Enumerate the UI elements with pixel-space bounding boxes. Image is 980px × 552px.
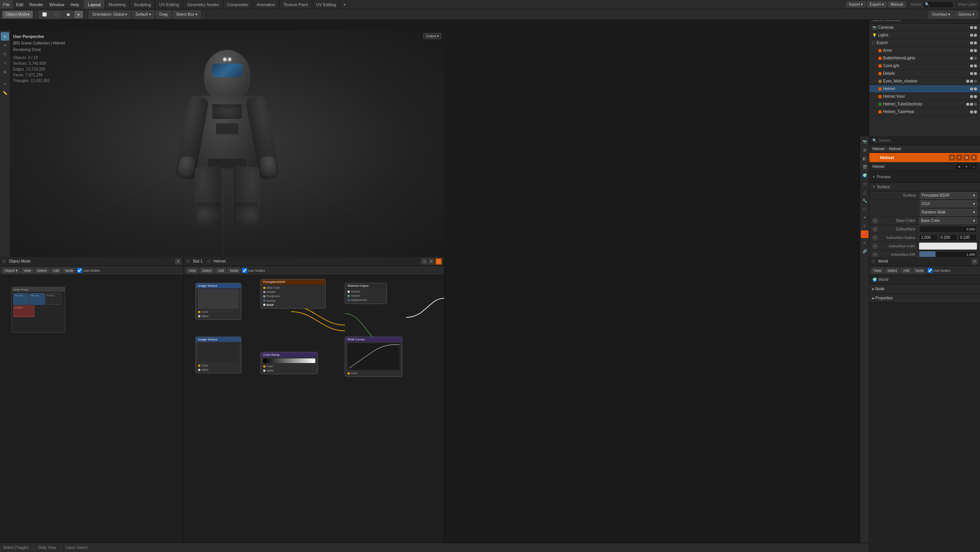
prop-view-icon[interactable]: ◧: [861, 154, 869, 162]
rnp-properties-btn[interactable]: ▸ Properties: [869, 294, 980, 303]
subsurface-slider[interactable]: 0.000: [919, 226, 977, 233]
eyes-render[interactable]: [970, 80, 973, 83]
ss-ior-socket[interactable]: ●: [872, 252, 878, 257]
cameras-render[interactable]: [974, 26, 977, 29]
np1-node[interactable]: Node: [63, 268, 76, 273]
mat-slot-remove[interactable]: −: [971, 164, 977, 170]
rnp-use-nodes-check[interactable]: [928, 268, 932, 273]
outliner-lights[interactable]: 💡 Lights: [869, 31, 980, 39]
outliner-cameras[interactable]: 📷 Cameras: [869, 24, 980, 31]
workspace-texture-paint[interactable]: Texture Paint: [280, 0, 312, 9]
material-delete-btn[interactable]: ✕: [971, 154, 977, 161]
export-render[interactable]: [974, 41, 977, 44]
menu-edit[interactable]: Edit: [13, 0, 26, 9]
np2-btn2[interactable]: ✕: [428, 258, 434, 264]
preview-section[interactable]: ▼ Preview: [869, 171, 980, 183]
material-duplicate-btn[interactable]: ⧉: [964, 154, 970, 161]
rnp-node-btn[interactable]: ▸ Node: [869, 284, 980, 294]
overlay-btn[interactable]: Overlays ▾: [929, 11, 954, 18]
prop-output-icon[interactable]: 🖥: [861, 146, 869, 154]
select-box-btn[interactable]: Select Box ▾: [172, 11, 201, 18]
np1-view[interactable]: View: [21, 268, 33, 273]
tool-measure[interactable]: 📏: [1, 89, 9, 97]
workspace-compositor[interactable]: Compositor: [223, 0, 253, 9]
outliner-arms[interactable]: Arms: [869, 47, 980, 54]
export-btn[interactable]: Export ▾: [867, 2, 887, 7]
menu-help[interactable]: Help: [67, 0, 82, 9]
outliner-tube-electricity[interactable]: Helmet_TubeElectricity: [869, 100, 980, 108]
tool-scale[interactable]: ⤡: [1, 59, 9, 67]
rnp-view[interactable]: View: [872, 268, 883, 273]
ss-radius-x[interactable]: [919, 234, 938, 241]
workspace-animation[interactable]: Animation: [253, 0, 280, 9]
np1-select[interactable]: Select: [35, 268, 49, 273]
ss-radius-y[interactable]: [939, 234, 957, 241]
workspace-uv-editing-2[interactable]: UV Editing: [312, 0, 340, 9]
arms-eye[interactable]: [970, 49, 973, 52]
np1-use-nodes-check[interactable]: [77, 268, 82, 273]
helmet-render[interactable]: [974, 87, 977, 90]
snap-btn[interactable]: Drag: [156, 11, 171, 18]
ss-color-socket[interactable]: ●: [872, 243, 878, 249]
base-color-dropdown[interactable]: Base Color ▾: [919, 217, 977, 224]
prop-modifier-icon[interactable]: 🔧: [861, 197, 869, 204]
coin-eye[interactable]: [970, 64, 973, 67]
node-view-area-1[interactable]: Node Group Tex Img Tex Img Multiply P BS…: [0, 275, 184, 552]
helmet-eye[interactable]: [970, 87, 973, 90]
node-principled-bsdf[interactable]: Principled BSDF Base Color Metallic Roug…: [261, 279, 326, 309]
prop-render-icon[interactable]: 📷: [861, 138, 869, 145]
outliner-tube-heat[interactable]: Helmet_TubeHeat: [869, 108, 980, 116]
np2-use-nodes-check[interactable]: [242, 268, 247, 273]
np1-close[interactable]: ✕: [175, 258, 181, 264]
prop-search-input[interactable]: [878, 138, 977, 143]
rnp-add[interactable]: Add: [901, 268, 911, 273]
workspace-geometry-nodes[interactable]: Geometry Nodes: [183, 0, 223, 9]
ggx-dropdown[interactable]: GGX ▾: [920, 200, 977, 207]
prop-nav-helmet-2[interactable]: Helmet: [889, 147, 901, 151]
workspace-modeling[interactable]: Modeling: [105, 0, 130, 9]
tool-annotate[interactable]: ✏: [1, 80, 9, 88]
gizmos-btn[interactable]: Gizmos ▾: [955, 11, 978, 18]
lights-eye[interactable]: [970, 34, 973, 37]
node-rgb-curves[interactable]: RGB Curves Color: [345, 337, 402, 377]
object-mode-dropdown[interactable]: Object Mode ▾: [2, 11, 33, 18]
menu-render[interactable]: Render: [26, 0, 46, 9]
workspace-sculpting[interactable]: Sculpting: [130, 0, 155, 9]
orientation-dropdown[interactable]: Orientation: Global ▾: [89, 11, 131, 18]
prop-physics-icon[interactable]: ⚛: [861, 222, 869, 230]
prop-object-data-icon[interactable]: ≡: [861, 239, 869, 246]
np1-object[interactable]: Object ▾: [2, 268, 20, 273]
bottle-eye[interactable]: [970, 57, 973, 60]
outliner-details[interactable]: Details: [869, 70, 980, 77]
material-new-btn[interactable]: +: [956, 154, 962, 161]
shading-wire[interactable]: ⬜: [39, 11, 50, 18]
rnp-btn1[interactable]: ✕: [972, 258, 978, 264]
node-material-output[interactable]: Material Output Surface Volume Displacem…: [345, 283, 387, 304]
eyes-eye[interactable]: [966, 80, 969, 83]
rnp-node[interactable]: Node: [913, 268, 926, 273]
node-tex-image-2[interactable]: Image Texture Color Alpha: [195, 337, 241, 373]
arms-render[interactable]: [974, 49, 977, 52]
bottle-render[interactable]: [974, 57, 977, 60]
prop-material-icon[interactable]: 🔴: [861, 230, 869, 238]
surface-type-dropdown[interactable]: Principled BSDF ▾: [920, 192, 977, 199]
np1-add[interactable]: Add: [51, 268, 61, 273]
menu-file[interactable]: File: [0, 0, 13, 9]
shading-solid[interactable]: ⬛: [51, 11, 62, 18]
mat-slot-add[interactable]: +: [964, 164, 970, 170]
export-eye[interactable]: [970, 41, 973, 44]
menu-window[interactable]: Window: [46, 0, 67, 9]
np2-btn3[interactable]: ⬡: [436, 258, 442, 264]
prop-object-icon[interactable]: ◻: [861, 180, 869, 187]
visor-eye[interactable]: [970, 95, 973, 98]
manual-btn[interactable]: Manual: [888, 2, 906, 7]
subsurface-socket[interactable]: ●: [872, 227, 878, 232]
transform-pivot[interactable]: Default ▾: [132, 11, 154, 18]
material-browse-btn[interactable]: ≡: [949, 154, 955, 161]
tool-cursor[interactable]: ↖: [1, 32, 9, 41]
base-color-socket[interactable]: ●: [872, 218, 878, 223]
prop-nav-helmet-1[interactable]: Helmet: [872, 147, 885, 151]
tool-transform[interactable]: ⊞: [1, 67, 9, 76]
visor-render[interactable]: [974, 95, 977, 98]
bc-world-label[interactable]: World: [878, 278, 888, 282]
